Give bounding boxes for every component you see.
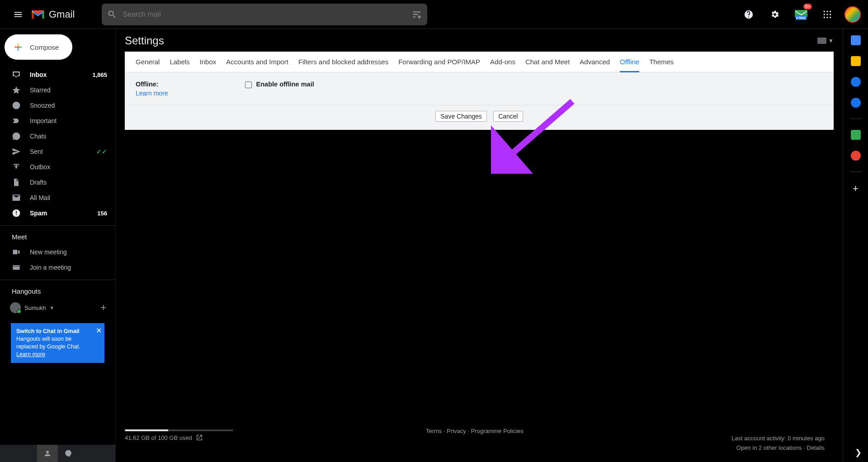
calendar-icon[interactable] <box>851 35 861 45</box>
account-avatar[interactable] <box>844 6 861 23</box>
main-layout: Compose Inbox 1,865 Starred Snoozed Impo… <box>0 29 868 462</box>
meet-label: New meeting <box>30 248 107 256</box>
settings-card: GeneralLabelsInboxAccounts and ImportFil… <box>125 52 834 130</box>
envelope-free-icon: FREE <box>794 8 808 21</box>
compose-label: Compose <box>30 43 59 51</box>
tune-icon[interactable] <box>412 10 422 19</box>
learn-more-link[interactable]: Learn more <box>136 90 168 97</box>
nav-label: Inbox <box>30 71 83 78</box>
privacy-link[interactable]: Privacy <box>447 428 466 434</box>
addon-icon-2[interactable] <box>851 151 861 161</box>
settings-actions: Save Changes Cancel <box>125 105 834 130</box>
meet-item-join-a-meeting[interactable]: Join a meeting <box>0 260 115 275</box>
nav-count: 1,865 <box>92 71 107 78</box>
details-link[interactable]: Details <box>807 444 825 451</box>
nav-label: Sent <box>30 148 87 155</box>
notification-badge: 9+ <box>803 4 812 10</box>
gmail-logo[interactable]: Gmail <box>31 9 75 20</box>
storage-text: 41.62 GB of 100 GB used <box>125 434 192 441</box>
support-button[interactable] <box>740 5 758 24</box>
settings-button[interactable] <box>766 5 784 24</box>
tab-add-ons[interactable]: Add-ons <box>490 58 515 72</box>
sidebar-item-chats[interactable]: Chats <box>0 129 115 144</box>
nav-label: Starred <box>30 86 107 94</box>
svg-point-10 <box>830 17 831 18</box>
user-avatar-icon <box>10 302 21 313</box>
svg-point-9 <box>826 17 828 18</box>
sidebar-item-drafts[interactable]: Drafts <box>0 175 115 190</box>
sidebar-item-spam[interactable]: Spam 156 <box>0 205 115 221</box>
sidebar-item-starred[interactable]: Starred <box>0 82 115 98</box>
tab-offline[interactable]: Offline <box>620 58 639 72</box>
svg-point-6 <box>826 14 828 15</box>
chat-promo-banner: ✕ Switch to Chat in Gmail Hangouts will … <box>11 323 104 363</box>
tab-themes[interactable]: Themes <box>649 58 674 72</box>
sidebar-item-all-mail[interactable]: All Mail <box>0 190 115 205</box>
tab-accounts-and-import[interactable]: Accounts and Import <box>226 58 288 72</box>
sidebar: Compose Inbox 1,865 Starred Snoozed Impo… <box>0 29 116 462</box>
logo-text: Gmail <box>49 9 75 20</box>
sidebar-item-snoozed[interactable]: Snoozed <box>0 98 115 113</box>
tab-inbox[interactable]: Inbox <box>200 58 217 72</box>
free-extension-button[interactable]: FREE 9+ <box>792 5 810 24</box>
chat-icon <box>12 132 21 141</box>
checkbox-icon[interactable] <box>245 81 252 88</box>
keyboard-icon <box>12 263 21 272</box>
sidebar-item-sent[interactable]: Sent ✓✓ <box>0 144 115 159</box>
policies-link[interactable]: Programme Policies <box>471 428 524 434</box>
keep-icon[interactable] <box>851 56 861 66</box>
terms-link[interactable]: Terms <box>426 428 442 434</box>
enable-offline-label: Enable offline mail <box>256 81 314 88</box>
chevron-down-icon: ▼ <box>828 38 834 44</box>
svg-point-8 <box>824 17 825 18</box>
sidebar-item-inbox[interactable]: Inbox 1,865 <box>0 67 115 82</box>
save-button[interactable]: Save Changes <box>435 111 487 122</box>
search-bar[interactable] <box>102 4 427 25</box>
close-icon[interactable]: ✕ <box>96 326 102 336</box>
contacts-tab-icon[interactable] <box>37 445 58 462</box>
nav-label: Important <box>30 117 107 124</box>
google-apps-button[interactable] <box>818 5 836 24</box>
mail-icon <box>12 193 21 202</box>
promo-learn-link[interactable]: Learn more <box>16 351 45 357</box>
tasks-icon[interactable] <box>851 77 861 87</box>
add-contact-button[interactable]: + <box>100 302 106 314</box>
promo-title: Switch to Chat in Gmail <box>16 328 93 335</box>
collapse-sidepanel-icon[interactable]: ❯ <box>855 448 862 457</box>
draft-icon <box>12 178 21 187</box>
addon-icon-1[interactable] <box>851 130 861 140</box>
main-menu-button[interactable] <box>7 4 29 25</box>
search-input[interactable] <box>123 10 412 19</box>
tab-chat-and-meet[interactable]: Chat and Meet <box>525 58 570 72</box>
meet-label: Join a meeting <box>30 264 107 271</box>
nav-label: All Mail <box>30 194 107 201</box>
header-actions: FREE 9+ <box>740 5 861 24</box>
hangouts-user[interactable]: Sumukh ▼ + <box>0 299 115 317</box>
star-icon <box>12 86 21 95</box>
nav-label: Outbox <box>30 163 107 171</box>
meet-item-new-meeting[interactable]: New meeting <box>0 244 115 260</box>
tab-advanced[interactable]: Advanced <box>580 58 610 72</box>
svg-point-2 <box>824 10 825 12</box>
sidebar-item-important[interactable]: Important <box>0 113 115 129</box>
hangouts-username: Sumukh <box>24 305 46 311</box>
svg-point-3 <box>826 10 828 12</box>
hangouts-tab-icon[interactable] <box>58 445 79 462</box>
compose-button[interactable]: Compose <box>5 34 72 60</box>
cancel-button[interactable]: Cancel <box>493 111 523 122</box>
get-addons-button[interactable]: + <box>853 183 859 195</box>
tab-labels[interactable]: Labels <box>170 58 189 72</box>
compose-icon <box>13 42 24 52</box>
nav-label: Chats <box>30 133 107 140</box>
contacts-icon[interactable] <box>851 98 861 108</box>
tab-filters-and-blocked-addresses[interactable]: Filters and blocked addresses <box>298 58 388 72</box>
nav-label: Snoozed <box>30 102 107 109</box>
sidebar-item-outbox[interactable]: Outbox <box>0 159 115 175</box>
sent-checkmarks-icon: ✓✓ <box>96 148 107 155</box>
nav-list: Inbox 1,865 Starred Snoozed Important Ch… <box>0 67 115 221</box>
enable-offline-option[interactable]: Enable offline mail <box>245 81 314 97</box>
input-method-selector[interactable]: ▼ <box>817 38 834 44</box>
tab-general[interactable]: General <box>136 58 160 72</box>
tab-forwarding-and-pop-imap[interactable]: Forwarding and POP/IMAP <box>398 58 480 72</box>
open-in-new-icon[interactable] <box>196 434 203 441</box>
